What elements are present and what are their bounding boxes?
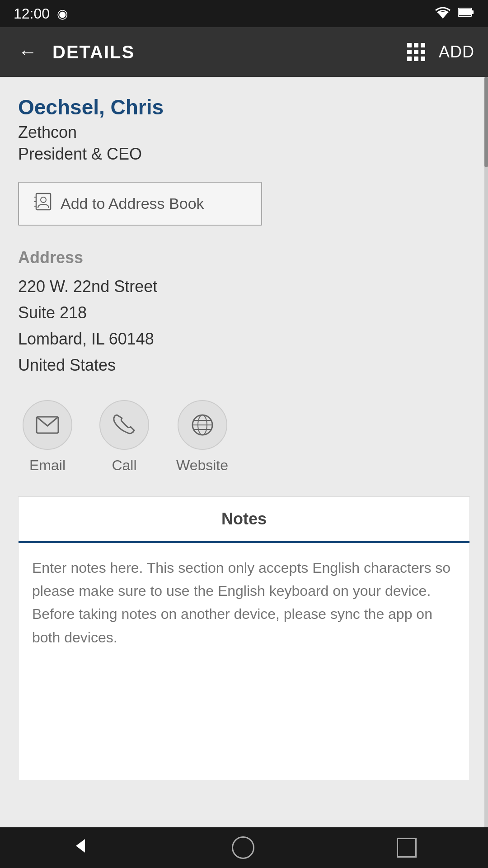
status-bar: 12:00 ◉ <box>0 0 488 27</box>
nav-back-button[interactable] <box>71 837 89 859</box>
website-action[interactable]: Website <box>176 400 228 474</box>
nav-home-button[interactable] <box>232 836 254 859</box>
website-icon-circle <box>178 400 227 450</box>
svg-rect-2 <box>472 10 474 14</box>
bottom-nav <box>0 827 488 868</box>
notes-header: Notes <box>19 497 469 543</box>
call-action[interactable]: Call <box>99 400 149 474</box>
website-label: Website <box>176 457 228 474</box>
email-label: Email <box>29 457 66 474</box>
back-button[interactable]: ← <box>14 37 42 67</box>
notes-textarea[interactable] <box>19 543 469 778</box>
grid-menu-icon[interactable] <box>407 43 425 61</box>
address-line-2: Suite 218 <box>18 301 470 325</box>
address-line-4: United States <box>18 353 470 377</box>
action-buttons: Email Call Website <box>18 400 470 474</box>
main-content: Oechsel, Chris Zethcon President & CEO A… <box>0 77 488 827</box>
address-section: Address 220 W. 22nd Street Suite 218 Lom… <box>18 248 470 377</box>
status-time: 12:00 <box>14 5 50 22</box>
app-bar-left: ← DETAILS <box>14 37 135 67</box>
status-bar-right <box>435 6 474 22</box>
svg-rect-3 <box>459 9 471 15</box>
contact-job-title: President & CEO <box>18 145 470 164</box>
add-to-address-book-label: Add to Address Book <box>61 195 204 212</box>
email-icon-circle <box>23 400 72 450</box>
wifi-icon <box>435 6 451 22</box>
svg-marker-15 <box>76 839 85 853</box>
add-button[interactable]: ADD <box>439 42 474 61</box>
email-action[interactable]: Email <box>23 400 72 474</box>
add-to-address-book-button[interactable]: Add to Address Book <box>18 182 262 226</box>
svg-marker-0 <box>437 12 448 19</box>
nav-recent-button[interactable] <box>397 838 417 858</box>
address-section-label: Address <box>18 248 470 267</box>
svg-point-5 <box>41 197 46 203</box>
call-icon-circle <box>99 400 149 450</box>
address-line-3: Lombard, IL 60148 <box>18 327 470 351</box>
battery-icon <box>458 6 474 21</box>
notes-section: Notes <box>18 496 470 780</box>
address-book-icon <box>33 193 53 215</box>
app-bar-right: ADD <box>407 42 474 61</box>
status-bar-left: 12:00 ◉ <box>14 5 68 22</box>
notification-icon: ◉ <box>57 6 68 21</box>
contact-company: Zethcon <box>18 123 470 142</box>
app-bar: ← DETAILS ADD <box>0 27 488 77</box>
contact-name: Oechsel, Chris <box>18 95 470 119</box>
app-title: DETAILS <box>52 42 135 62</box>
scrollbar <box>484 77 488 827</box>
call-label: Call <box>112 457 136 474</box>
scrollbar-thumb[interactable] <box>484 77 488 167</box>
address-line-1: 220 W. 22nd Street <box>18 274 470 299</box>
